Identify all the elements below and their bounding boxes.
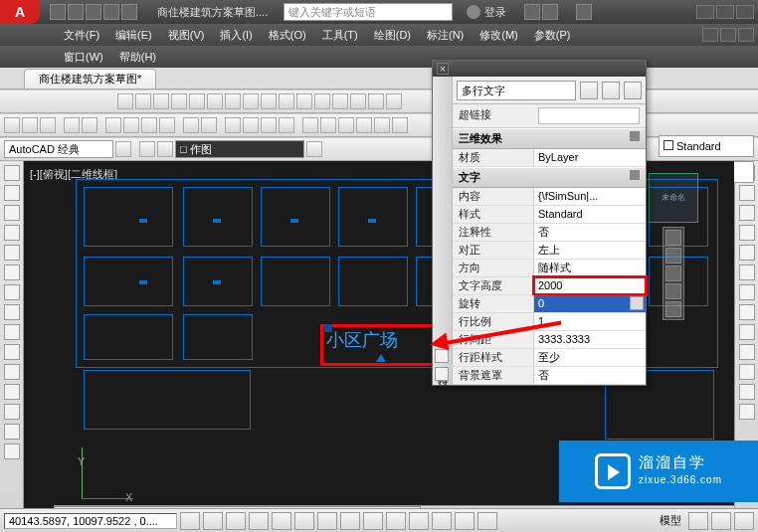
array-icon[interactable] — [189, 93, 205, 109]
copy-clip-icon[interactable] — [123, 117, 139, 133]
matchprop-icon[interactable] — [159, 117, 175, 133]
menu-insert[interactable]: 插入(I) — [212, 26, 260, 45]
row-material[interactable]: 材质 ByLayer — [453, 149, 646, 167]
exchange-icon[interactable] — [524, 4, 540, 20]
otrack-toggle[interactable] — [317, 512, 337, 530]
current-layer-combo[interactable]: □ 作图 — [175, 140, 304, 158]
copy-icon[interactable] — [135, 93, 151, 109]
chamfer-icon[interactable] — [350, 93, 366, 109]
stretch-icon[interactable] — [261, 93, 277, 109]
grid-toggle[interactable] — [203, 512, 223, 530]
erase-icon[interactable] — [117, 93, 133, 109]
region-icon[interactable] — [4, 404, 20, 420]
paste-icon[interactable] — [141, 117, 157, 133]
linespace-value[interactable]: 3333.3333 — [534, 331, 646, 348]
scale-icon[interactable] — [243, 93, 259, 109]
qat-open-icon[interactable] — [68, 4, 84, 20]
menu-modify[interactable]: 修改(M) — [472, 26, 526, 45]
r-trim-icon[interactable] — [739, 344, 755, 360]
rotate-icon[interactable] — [225, 93, 241, 109]
object-type-combo[interactable]: 多行文字 — [457, 81, 576, 100]
save-icon[interactable] — [40, 117, 56, 133]
palette-header[interactable]: × — [433, 61, 646, 77]
menu-view[interactable]: 视图(V) — [160, 26, 213, 45]
toolpalette-icon[interactable] — [338, 117, 354, 133]
sheetset-icon[interactable] — [356, 117, 372, 133]
zoom-window-icon[interactable] — [261, 117, 277, 133]
rotation-value[interactable]: 0 — [534, 295, 646, 312]
collapse-icon[interactable] — [630, 170, 640, 180]
textstyle-combo[interactable]: Standard — [659, 135, 754, 157]
r-mirror-icon[interactable] — [739, 205, 755, 221]
document-tab[interactable]: 商住楼建筑方案草图* — [24, 69, 156, 89]
sc-toggle[interactable] — [455, 512, 474, 530]
row-background-mask[interactable]: 背景遮罩 否 — [453, 367, 646, 385]
menu-tools[interactable]: 工具(T) — [314, 26, 366, 45]
zoom-prev-icon[interactable] — [279, 117, 294, 133]
palette-close-icon[interactable]: × — [437, 63, 449, 75]
polygon-icon[interactable] — [4, 265, 20, 280]
circle-icon[interactable] — [4, 205, 20, 221]
redo-icon[interactable] — [201, 117, 217, 133]
menu-edit[interactable]: 编辑(E) — [107, 26, 160, 45]
collapse-icon[interactable] — [630, 131, 640, 141]
nav-pan-icon[interactable] — [665, 248, 681, 264]
content-value[interactable]: {\fSimSun|... — [534, 188, 646, 205]
break-icon[interactable] — [314, 93, 330, 109]
status-model-label[interactable]: 模型 — [656, 513, 685, 528]
status-extra2-icon[interactable] — [711, 512, 731, 530]
new-icon[interactable] — [4, 117, 20, 133]
pline-icon[interactable] — [4, 185, 20, 201]
designcenter-icon[interactable] — [320, 117, 336, 133]
calc-icon[interactable] — [392, 117, 408, 133]
fillet-icon[interactable] — [368, 93, 384, 109]
open-icon[interactable] — [22, 117, 38, 133]
style-value[interactable]: Standard — [534, 206, 646, 223]
help-search-input[interactable]: 键入关键字或短语 — [284, 3, 453, 21]
zoom-icon[interactable] — [243, 117, 259, 133]
row-style[interactable]: 样式 Standard — [453, 206, 646, 224]
3dosnap-toggle[interactable] — [294, 512, 314, 530]
qat-undo-icon[interactable] — [103, 4, 119, 20]
row-direction[interactable]: 方向 随样式 — [453, 260, 646, 277]
doc-close-button[interactable] — [738, 28, 754, 42]
ducs-toggle[interactable] — [340, 512, 360, 530]
dyn-toggle[interactable] — [363, 512, 383, 530]
table-icon[interactable] — [4, 424, 20, 440]
login-control[interactable]: 登录 — [467, 5, 506, 20]
explode-icon[interactable] — [386, 93, 402, 109]
join-icon[interactable] — [332, 93, 348, 109]
polar-toggle[interactable] — [249, 512, 269, 530]
cut-icon[interactable] — [105, 117, 121, 133]
line-icon[interactable] — [4, 165, 20, 181]
extend-icon[interactable] — [296, 93, 312, 109]
qat-save-icon[interactable] — [86, 4, 101, 20]
rectangle-icon[interactable] — [4, 245, 20, 261]
r-fillet-icon[interactable] — [739, 384, 755, 400]
menu-dimension[interactable]: 标注(N) — [419, 26, 472, 45]
maximize-button[interactable] — [716, 5, 734, 19]
r-scale-icon[interactable] — [739, 304, 755, 320]
hatch-icon[interactable] — [4, 324, 20, 340]
selectobjects-icon[interactable] — [602, 82, 620, 99]
linestyle-value[interactable]: 至少 — [534, 349, 646, 366]
material-value[interactable]: ByLayer — [534, 149, 646, 166]
quickselect-icon[interactable] — [580, 82, 598, 99]
row-content[interactable]: 内容 {\fSimSun|... — [453, 188, 646, 206]
osnap-toggle[interactable] — [272, 512, 291, 530]
palette-menu-icon[interactable] — [435, 367, 449, 381]
markup-icon[interactable] — [374, 117, 390, 133]
am-toggle[interactable] — [477, 512, 497, 530]
row-line-spacing-style[interactable]: 行距样式 至少 — [453, 349, 646, 367]
offset-icon[interactable] — [171, 93, 187, 109]
r-rotate-icon[interactable] — [739, 284, 755, 300]
hyperlink-value[interactable] — [538, 107, 640, 124]
row-justify[interactable]: 对正 左上 — [453, 242, 646, 260]
layer-icon[interactable] — [139, 141, 155, 157]
ortho-toggle[interactable] — [226, 512, 246, 530]
qat-new-icon[interactable] — [50, 4, 66, 20]
text-height-value[interactable]: 2000 — [534, 277, 646, 294]
cloud-icon[interactable] — [542, 4, 558, 20]
mirror-icon[interactable] — [153, 93, 169, 109]
qp-toggle[interactable] — [432, 512, 452, 530]
